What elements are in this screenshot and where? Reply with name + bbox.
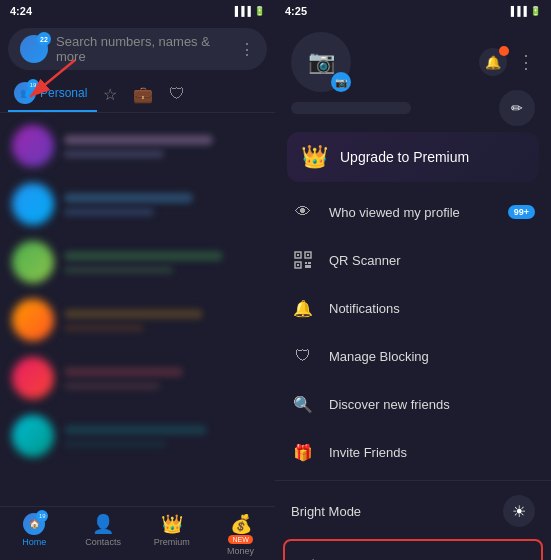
- profile-header-icons: 🔔 ⋮: [479, 48, 535, 76]
- left-status-bar: 4:24 ▐▐▐ 🔋: [0, 0, 275, 22]
- profile-photo-container: 📷 📷: [291, 32, 351, 92]
- tab-personal-avatar: 👥 19: [14, 82, 36, 104]
- svg-rect-3: [297, 254, 299, 256]
- nav-contacts-label: Contacts: [85, 537, 121, 547]
- notifications-item[interactable]: 🔔 Notifications: [275, 284, 551, 332]
- right-signal-icon: ▐▐▐: [508, 6, 527, 16]
- list-item: [0, 407, 275, 465]
- menu-list: 👑 Upgrade to Premium 👁 Who viewed my pro…: [275, 126, 551, 560]
- nav-item-home[interactable]: 🏠 19 Home: [0, 513, 69, 556]
- tab-callerid[interactable]: 🛡: [163, 79, 195, 109]
- nav-item-premium[interactable]: 👑 Premium: [138, 513, 207, 556]
- profile-name-blurred: [291, 102, 411, 114]
- invite-label: Invite Friends: [329, 445, 535, 460]
- who-viewed-badge: 99+: [508, 205, 535, 219]
- qr-scanner-item[interactable]: QR Scanner: [275, 236, 551, 284]
- profile-header: 📷 📷 🔔 ⋮: [275, 22, 551, 98]
- list-item: [0, 291, 275, 349]
- nav-home-label: Home: [22, 537, 46, 547]
- avatar: [12, 357, 54, 399]
- nav-money-label: Money: [227, 546, 254, 556]
- divider-1: [275, 480, 551, 481]
- header-more-icon[interactable]: ⋮: [517, 51, 535, 73]
- blocking-label: Manage Blocking: [329, 349, 535, 364]
- list-item: [0, 175, 275, 233]
- upgrade-label: Upgrade to Premium: [340, 149, 469, 165]
- bottom-nav: 🏠 19 Home 👤 Contacts 👑 Premium 💰 NEW Mon…: [0, 506, 275, 560]
- blocking-item[interactable]: 🛡 Manage Blocking: [275, 332, 551, 380]
- discover-icon: 🔍: [291, 392, 315, 416]
- eye-icon: 👁: [291, 200, 315, 224]
- left-panel: 4:24 ▐▐▐ 🔋 22 Search numbers, names & mo…: [0, 0, 275, 560]
- discover-label: Discover new friends: [329, 397, 535, 412]
- nav-item-money[interactable]: 💰 NEW Money: [206, 513, 275, 556]
- money-badge: NEW: [228, 535, 252, 544]
- edit-profile-button[interactable]: ✏: [499, 90, 535, 126]
- svg-rect-7: [297, 264, 299, 266]
- who-viewed-item[interactable]: 👁 Who viewed my profile 99+: [275, 188, 551, 236]
- profile-camera-badge[interactable]: 📷: [331, 72, 351, 92]
- sun-icon[interactable]: ☀: [503, 495, 535, 527]
- avatar: [12, 241, 54, 283]
- list-item: [0, 117, 275, 175]
- signal-icon: ▐▐▐: [232, 6, 251, 16]
- settings-item[interactable]: ⚙ Settings: [283, 539, 543, 560]
- settings-icon: ⚙: [301, 553, 325, 560]
- right-status-bar: 4:25 ▐▐▐ 🔋: [275, 0, 551, 22]
- qr-label: QR Scanner: [329, 253, 535, 268]
- nav-premium-label: Premium: [154, 537, 190, 547]
- bright-mode-row: Bright Mode ☀: [275, 485, 551, 537]
- bell-icon: 🔔: [291, 296, 315, 320]
- avatar: [12, 125, 54, 167]
- right-status-time: 4:25: [285, 5, 307, 17]
- contacts-icon: 👤: [92, 513, 114, 535]
- tab-personal[interactable]: 👥 19 Personal: [8, 76, 97, 112]
- crown-icon: 👑: [301, 144, 328, 170]
- who-viewed-label: Who viewed my profile: [329, 205, 494, 220]
- battery-icon: 🔋: [254, 6, 265, 16]
- list-item: [0, 233, 275, 291]
- avatar: [12, 299, 54, 341]
- left-status-time: 4:24: [10, 5, 32, 17]
- shield-icon: 🛡: [291, 344, 315, 368]
- premium-icon: 👑: [161, 513, 183, 535]
- svg-rect-5: [307, 254, 309, 256]
- user-avatar[interactable]: 22: [20, 35, 48, 63]
- svg-rect-9: [308, 262, 311, 264]
- star-icon: ☆: [103, 85, 117, 104]
- upgrade-premium-item[interactable]: 👑 Upgrade to Premium: [287, 132, 539, 182]
- search-placeholder[interactable]: Search numbers, names & more: [56, 34, 231, 64]
- svg-rect-8: [305, 262, 307, 264]
- notifications-label: Notifications: [329, 301, 535, 316]
- right-battery-icon: 🔋: [530, 6, 541, 16]
- list-item: [0, 349, 275, 407]
- avatar: [12, 415, 54, 457]
- right-status-icons: ▐▐▐ 🔋: [508, 6, 541, 16]
- left-status-icons: ▐▐▐ 🔋: [232, 6, 265, 16]
- invite-icon: 🎁: [291, 440, 315, 464]
- money-icon: 💰: [230, 513, 252, 535]
- right-panel: 4:25 ▐▐▐ 🔋 📷 📷 🔔 ⋮ ✏ 👑 U: [275, 0, 551, 560]
- notification-badge: [499, 46, 509, 56]
- nav-item-contacts[interactable]: 👤 Contacts: [69, 513, 138, 556]
- tab-personal-label: Personal: [40, 86, 87, 100]
- avatar: [12, 183, 54, 225]
- contact-list: [0, 113, 275, 506]
- tab-favorites[interactable]: ☆: [97, 79, 127, 110]
- nav-home-avatar: 🏠 19: [23, 513, 45, 535]
- briefcase-icon: 💼: [133, 85, 153, 104]
- avatar-badge: 22: [37, 32, 51, 46]
- qr-icon: [291, 248, 315, 272]
- callerid-icon: 🛡: [169, 85, 185, 103]
- invite-item[interactable]: 🎁 Invite Friends: [275, 428, 551, 476]
- notification-icon[interactable]: 🔔: [479, 48, 507, 76]
- tab-business[interactable]: 💼: [127, 79, 163, 110]
- discover-item[interactable]: 🔍 Discover new friends: [275, 380, 551, 428]
- tab-personal-badge: 19: [27, 79, 39, 91]
- search-bar[interactable]: 22 Search numbers, names & more ⋮: [8, 28, 267, 70]
- bright-mode-label: Bright Mode: [291, 504, 489, 519]
- tabs-row: 👥 19 Personal ☆ 💼 🛡: [0, 76, 275, 113]
- more-options-icon[interactable]: ⋮: [239, 40, 255, 59]
- svg-rect-10: [305, 265, 311, 268]
- nav-home-badge: 19: [36, 510, 48, 522]
